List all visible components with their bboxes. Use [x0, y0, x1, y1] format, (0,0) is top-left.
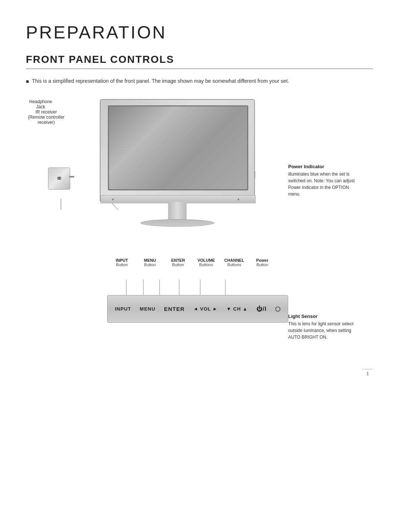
light-sensor-annotation: Light Sensor This is lens for light sens…	[288, 314, 362, 340]
channel-button-label: CHANNEL Buttons	[223, 258, 245, 267]
menu-button-label: MENU Button	[139, 258, 161, 267]
main-title: PREPARATION	[26, 22, 373, 43]
tv-stand-neck	[168, 202, 187, 220]
page-number: 1	[362, 369, 373, 376]
volume-button-label: VOLUME Buttons	[195, 258, 217, 267]
diagram-area: ⚭ Headphone Jack	[26, 99, 373, 365]
panel-menu-btn[interactable]: MENU	[140, 306, 155, 312]
section-title: FRONT PANEL CONTROLS	[26, 54, 373, 69]
panel-ch-btn[interactable]: ▼ CH ▲	[226, 306, 248, 312]
panel-light-sensor-dot	[275, 306, 280, 312]
tv-stand-base	[140, 219, 214, 227]
panel-dot-2	[238, 199, 239, 200]
ir-receiver-label: IR receiver (Remote controller receiver)	[26, 109, 66, 125]
power-indicator-annotation: Power Indicator illuminates blue when th…	[288, 164, 362, 197]
light-sensor-body: This is lens for light sensor select out…	[288, 321, 362, 340]
button-labels-row: INPUT Button MENU Button ENTER Button VO…	[111, 258, 273, 267]
tv-screen	[108, 105, 248, 190]
intro-paragraph: ■ This is a simplified representation of…	[26, 78, 373, 84]
power-button-label: Power Button	[251, 258, 273, 267]
intro-bullet: ■	[26, 78, 29, 84]
power-indicator-body: illuminates blue when the set is switche…	[288, 171, 362, 197]
panel-vol-btn[interactable]: ◄ VOL ►	[193, 306, 218, 312]
headphone-device: ⚭	[48, 167, 74, 197]
panel-input-btn[interactable]: INPUT	[115, 306, 131, 312]
headphone-jack-label: Headphone Jack	[26, 99, 55, 109]
panel-strip-diagram: INPUT MENU ENTER ◄ VOL ► ▼ CH ▲ ⏻/I	[107, 295, 288, 323]
intro-text-content: This is a simplified representation of t…	[32, 78, 289, 84]
enter-button-label: ENTER Button	[167, 258, 189, 267]
headphone-icon: ⚭	[56, 174, 62, 183]
headphone-plug	[69, 176, 74, 177]
power-indicator-title: Power Indicator	[288, 164, 362, 169]
light-sensor-title: Light Sensor	[288, 314, 362, 319]
tv-body	[100, 99, 255, 203]
panel-power-btn[interactable]: ⏻/I	[256, 306, 267, 312]
panel-dot-1	[112, 199, 114, 200]
input-button-label: INPUT Button	[111, 258, 133, 267]
panel-enter-btn[interactable]: ENTER	[164, 306, 185, 312]
tv-illustration	[100, 99, 255, 254]
headphone-box: ⚭	[48, 167, 70, 190]
